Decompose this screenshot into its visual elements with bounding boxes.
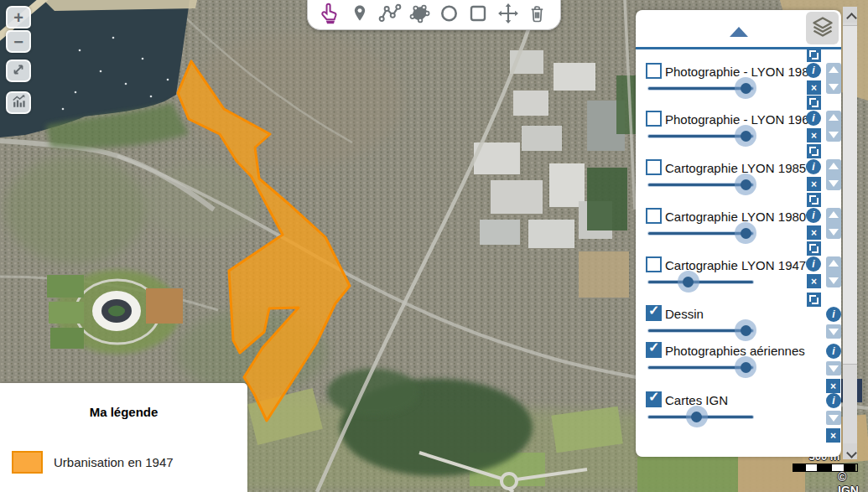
layer-remove-icon[interactable]: × (807, 177, 821, 191)
move-feature-button[interactable] (495, 3, 522, 28)
panel-scrollbar[interactable] (843, 7, 857, 459)
collapse-down-icon[interactable] (826, 324, 841, 339)
layer-remove-icon[interactable]: × (807, 128, 821, 142)
hand-pointer-icon (320, 3, 342, 28)
draw-toolbar (307, 0, 561, 30)
move-arrows-icon (497, 3, 519, 27)
marker-icon (351, 3, 369, 26)
zoom-extent-icon[interactable] (807, 96, 821, 110)
legend-title: Ma légende (0, 383, 247, 419)
panel-collapse-button[interactable] (730, 27, 748, 37)
layer-reorder-arrows[interactable] (826, 63, 841, 94)
draw-circle-button[interactable] (435, 3, 462, 28)
zoom-in-button[interactable]: + (6, 6, 31, 28)
scroll-up-icon[interactable] (843, 7, 857, 23)
layer-info-icon[interactable]: i (806, 159, 821, 174)
layer-label: Photographie - LYON 1984 (665, 65, 816, 79)
move-up-icon[interactable] (829, 163, 839, 169)
collapse-down-icon[interactable] (826, 411, 841, 425)
expand-arrows-icon (11, 62, 26, 80)
attribution: © IGN (838, 470, 868, 492)
layer-checkbox[interactable] (646, 111, 662, 127)
rectangle-icon (468, 3, 488, 26)
opacity-slider[interactable] (648, 227, 753, 241)
layers-panel: Photographie - LYON 1984 Photographie - … (636, 10, 841, 457)
move-up-icon[interactable] (829, 260, 839, 267)
polygon-icon (408, 3, 431, 26)
scrollbar-thumb[interactable] (843, 25, 857, 365)
move-up-icon[interactable] (829, 66, 839, 73)
polyline-icon (378, 3, 402, 26)
zoom-extent-icon[interactable] (807, 293, 821, 307)
zoom-extent-icon[interactable] (807, 193, 821, 207)
zoom-extent-icon[interactable] (807, 144, 821, 158)
layer-checkbox[interactable] (646, 305, 662, 321)
layer-label: Cartographie LYON 1985 (665, 161, 806, 175)
opacity-slider[interactable] (648, 276, 753, 289)
layer-info-icon[interactable]: i (826, 344, 841, 359)
move-down-icon[interactable] (829, 229, 839, 236)
layer-row: Cartes IGN (636, 393, 841, 427)
layer-info-icon[interactable]: i (826, 393, 841, 408)
layer-remove-icon[interactable]: × (807, 274, 821, 288)
legend-item-label: Urbanisation en 1947 (54, 455, 174, 469)
chart-icon (11, 94, 27, 111)
move-down-icon[interactable] (829, 132, 839, 138)
move-down-icon[interactable] (829, 277, 839, 284)
legend-item: Urbanisation en 1947 (12, 451, 174, 474)
collapse-down-icon[interactable] (826, 361, 841, 375)
opacity-slider[interactable] (648, 361, 753, 375)
move-down-icon[interactable] (829, 180, 839, 187)
layer-label: Photographie - LYON 1965 (665, 112, 816, 127)
layer-checkbox[interactable] (646, 159, 662, 175)
opacity-slider[interactable] (648, 82, 753, 96)
layer-remove-icon[interactable]: × (826, 428, 840, 443)
draw-rectangle-button[interactable] (465, 3, 491, 28)
layer-info-icon[interactable]: i (806, 111, 821, 126)
add-marker-button[interactable] (346, 3, 373, 28)
layer-info-icon[interactable]: i (826, 307, 841, 322)
trash-icon (528, 3, 547, 26)
layer-info-icon[interactable]: i (806, 208, 821, 223)
select-tool-button[interactable] (317, 3, 344, 28)
layer-checkbox[interactable] (646, 391, 662, 407)
opacity-slider[interactable] (648, 324, 753, 338)
layer-remove-icon[interactable]: × (807, 225, 821, 240)
layer-reorder-arrows[interactable] (826, 256, 841, 287)
layer-reorder-arrows[interactable] (826, 111, 841, 142)
scroll-down-icon[interactable] (843, 443, 857, 459)
move-up-icon[interactable] (829, 211, 839, 218)
layer-row: Dessin (636, 307, 841, 340)
layer-label: Dessin (665, 307, 704, 321)
layer-info-icon[interactable]: i (806, 63, 821, 78)
layer-info-icon[interactable]: i (806, 256, 821, 272)
layer-label: Cartographie LYON 1980 (665, 210, 806, 224)
zoom-extent-icon[interactable] (807, 48, 821, 62)
layer-remove-icon[interactable]: × (826, 379, 840, 393)
delete-feature-button[interactable] (524, 3, 551, 28)
layer-reorder-arrows[interactable] (826, 208, 841, 239)
move-up-icon[interactable] (829, 114, 839, 121)
opacity-slider[interactable] (648, 411, 753, 424)
layer-reorder-arrows[interactable] (826, 159, 841, 190)
layer-checkbox[interactable] (646, 63, 662, 79)
draw-polygon-button[interactable] (406, 3, 433, 28)
legend-swatch (12, 451, 43, 474)
layer-label: Photographies aériennes (665, 344, 805, 358)
layer-checkbox[interactable] (646, 256, 662, 272)
opacity-slider[interactable] (648, 179, 753, 192)
opacity-slider[interactable] (648, 130, 753, 143)
fullscreen-button[interactable] (6, 60, 31, 82)
draw-polyline-button[interactable] (377, 3, 403, 28)
move-down-icon[interactable] (829, 84, 839, 91)
layer-checkbox[interactable] (646, 208, 662, 224)
layer-checkbox[interactable] (646, 342, 662, 358)
zoom-out-button[interactable]: − (6, 30, 31, 53)
zoom-extent-icon[interactable] (807, 241, 821, 256)
layer-row: Photographies aériennes (636, 344, 841, 377)
legend-box: Ma légende Urbanisation en 1947 (0, 383, 247, 492)
layer-remove-icon[interactable]: × (807, 80, 821, 95)
statistics-button[interactable] (6, 91, 31, 114)
layers-icon (811, 15, 834, 41)
layers-toggle-button[interactable] (806, 12, 839, 44)
